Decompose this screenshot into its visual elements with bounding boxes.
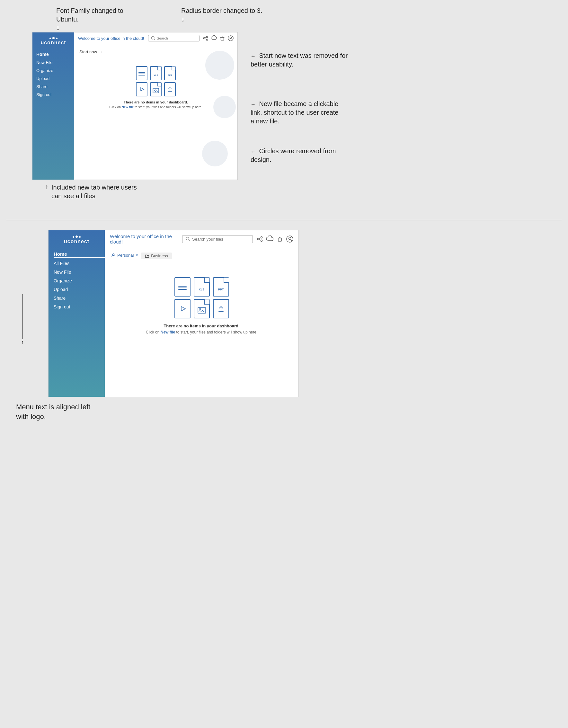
ann-menu-aligned-text: Menu text is aligned left with logo. [6,402,562,421]
tab-business[interactable]: Business [141,253,172,259]
new-search-input[interactable] [192,237,247,242]
arrow-radius: ↓ [181,15,262,23]
new-nav-home[interactable]: Home [54,250,105,258]
svg-point-15 [186,237,189,240]
trash-icon[interactable] [219,35,225,41]
new-search-box[interactable] [182,235,253,243]
new-empty-state: XLS PPT [111,264,292,334]
svg-line-16 [189,240,190,241]
new-nav-share[interactable]: Share [54,295,105,302]
old-logo-text: uconnect [40,40,66,46]
old-nav-newfile[interactable]: New File [36,59,74,66]
new-sidebar-nav: Home All Files New File Organize Upload … [49,250,105,310]
section-divider [6,220,562,220]
tab-personal-label: Personal [117,253,134,258]
new-nav-newfile[interactable]: New File [54,269,105,276]
svg-line-6 [205,39,206,40]
new-user-icon[interactable] [286,235,293,243]
old-video-icon [136,82,147,96]
bottom-annotation-old: ↑ Included new tab where users can see a… [6,183,562,200]
svg-point-11 [230,37,231,39]
annotation-font-family: Font Family changed to Ubuntu. ↓ [56,6,123,32]
svg-point-4 [206,39,208,40]
ann-start-now-removed: ← Start now text was removed for better … [251,51,348,69]
svg-point-19 [261,240,262,242]
svg-point-27 [112,253,114,255]
ann-circles-removed: ← Circles were removed from design. [251,147,348,164]
new-video-icon [174,299,191,318]
new-image-icon [194,299,210,318]
old-main-area: Welcome to your office in the cloud! [74,32,237,180]
new-main-area: Welcome to your office in the cloud! [105,230,298,397]
old-topbar-title: Welcome to your office in the cloud! [78,36,145,41]
old-search-input[interactable] [157,36,195,40]
new-nav-upload[interactable]: Upload [54,286,105,293]
new-trash-icon[interactable] [277,236,283,242]
old-nav-signout[interactable]: Sign out [36,91,74,98]
tab-business-label: Business [151,253,168,258]
bg-circle-3 [202,141,228,166]
svg-rect-22 [278,238,281,241]
tab-personal[interactable]: Personal ▼ [111,253,138,259]
new-design-section: ↑ uconnect [6,230,562,421]
old-new-file-link[interactable]: New file [122,105,134,109]
new-logo-dot-2 [75,235,78,238]
old-sidebar-nav: Home New File Organize Upload Share Sign… [32,51,74,98]
old-content-area: Start now ← [74,44,237,180]
ann-menu-aligned: ↑ uconnect [6,230,562,397]
new-nav-organize[interactable]: Organize [54,277,105,284]
ann-new-file-clickable: ← New file became a clickable link, shor… [251,100,348,126]
new-tabs-row: Personal ▼ Business [111,253,292,259]
old-nav-home[interactable]: Home [36,51,74,58]
old-topbar-icons [203,35,234,41]
arrow-font: ↓ [56,24,123,32]
chevron-down-icon: ▼ [135,253,138,257]
new-nav-signout[interactable]: Sign out [54,303,105,310]
new-cloud-icon[interactable] [266,235,273,243]
old-search-box[interactable] [148,35,200,41]
svg-point-0 [151,36,154,39]
svg-point-2 [206,36,208,38]
new-new-file-link[interactable]: New file [161,330,175,334]
new-app-frame: uconnect Home All Files New File Organiz… [48,230,299,397]
new-logo-area: uconnect [49,230,105,250]
old-empty-main-text: There are no items in your dashboard. [124,100,188,104]
new-upload-icon [213,299,229,318]
personal-icon [111,253,116,258]
search-icon [151,36,155,40]
user-icon[interactable] [228,35,234,41]
cloud-icon[interactable] [211,35,217,41]
svg-line-1 [154,39,155,40]
old-logo-area: uconnect [32,32,74,51]
new-topbar-icons [257,235,293,243]
svg-marker-12 [141,88,144,91]
old-xls-icon: XLS [150,66,162,80]
logo-dot-3 [56,38,58,39]
old-start-now: Start now ← [79,49,232,55]
svg-point-18 [258,238,259,240]
new-nav-allfiles[interactable]: All Files [54,260,105,267]
share-icon[interactable] [203,35,209,41]
old-sidebar: uconnect Home New File Organize Upload S… [32,32,74,180]
new-logo-text: uconnect [64,239,89,244]
svg-line-20 [259,238,261,239]
old-nav-organize[interactable]: Organize [36,67,74,74]
new-xls-icon: XLS [194,277,210,297]
new-share-icon[interactable] [257,236,263,242]
svg-point-30 [199,308,200,310]
logo-dot-1 [49,38,51,39]
svg-point-17 [261,237,262,238]
annotation-radius: Radius border changed to 3. ↓ [181,6,262,32]
old-empty-sub-text: Click on New file to start, your files a… [109,105,202,109]
svg-point-26 [289,237,291,240]
old-ppt-icon: PPT [164,66,176,80]
new-sidebar: uconnect Home All Files New File Organiz… [49,230,105,397]
old-nav-upload[interactable]: Upload [36,75,74,82]
new-logo-dot-1 [73,236,74,238]
new-file-icons: XLS PPT [174,277,229,318]
new-logo-dot-3 [79,236,81,238]
new-topbar: Welcome to your office in the cloud! [105,230,298,248]
new-empty-main-text: There are no items in your dashboard. [164,324,239,328]
old-nav-share[interactable]: Share [36,83,74,90]
old-upload-icon [164,82,176,96]
